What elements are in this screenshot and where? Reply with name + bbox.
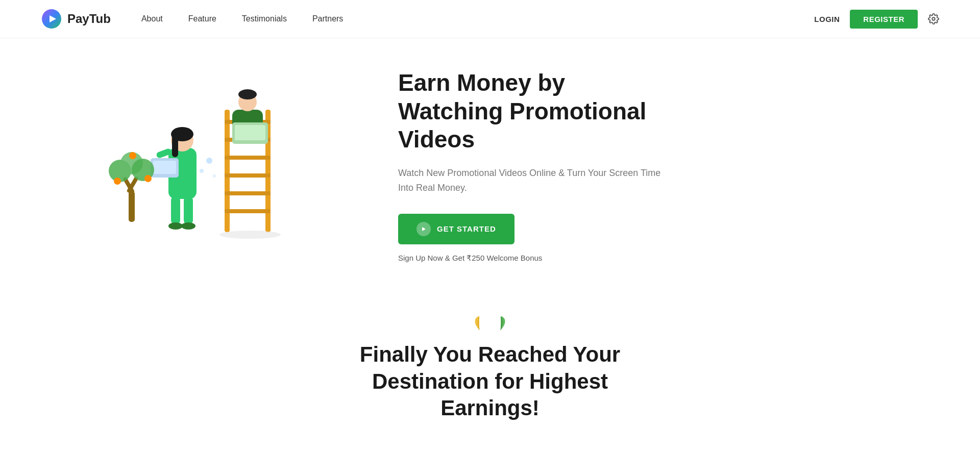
svg-rect-29 [129, 191, 135, 222]
nav-links: About Feature Testimonials Partners [141, 14, 814, 23]
logo-area: PayTub [41, 8, 111, 30]
svg-rect-21 [172, 134, 178, 157]
svg-point-38 [206, 158, 212, 164]
svg-rect-11 [225, 209, 271, 213]
svg-rect-24 [153, 161, 176, 174]
svg-rect-10 [225, 191, 271, 195]
login-button[interactable]: LOGIN [814, 15, 840, 23]
hero-content: Earn Money by Watching Promotional Video… [398, 69, 664, 262]
svg-point-40 [213, 174, 216, 178]
svg-point-35 [114, 178, 121, 185]
svg-point-36 [144, 175, 152, 182]
svg-point-37 [129, 152, 136, 159]
section2: Finally You Reached Your Destination for… [0, 283, 980, 442]
play-icon [416, 222, 431, 236]
settings-icon[interactable] [928, 13, 939, 24]
svg-point-39 [200, 169, 204, 173]
svg-point-15 [238, 89, 257, 99]
section2-title: Finally You Reached Your Destination for… [337, 341, 643, 422]
nav-about[interactable]: About [141, 14, 163, 23]
svg-rect-26 [184, 196, 193, 224]
nav-right: LOGIN REGISTER [814, 10, 939, 29]
svg-point-27 [168, 222, 183, 230]
get-started-button[interactable]: GET STARTED [398, 214, 514, 244]
get-started-label: GET STARTED [437, 224, 496, 233]
hero-title: Earn Money by Watching Promotional Video… [398, 69, 664, 154]
svg-rect-4 [225, 110, 230, 232]
svg-point-28 [181, 222, 195, 230]
hero-subtitle: Watch New Promotional Videos Online & Tu… [398, 166, 664, 195]
svg-rect-9 [225, 173, 271, 178]
leaf-green-icon [492, 314, 510, 332]
svg-point-3 [932, 17, 935, 20]
svg-rect-25 [171, 196, 180, 224]
leaf-yellow-icon [470, 314, 488, 332]
leaf-decoration [470, 314, 510, 332]
register-button[interactable]: REGISTER [850, 10, 918, 29]
svg-point-12 [219, 231, 281, 239]
nav-partners[interactable]: Partners [312, 14, 343, 23]
hero-section: Earn Money by Watching Promotional Video… [0, 38, 980, 283]
svg-rect-17 [235, 125, 265, 140]
hero-illustration [102, 69, 357, 263]
navbar: PayTub About Feature Testimonials Partne… [0, 0, 980, 38]
logo-icon [41, 8, 62, 30]
logo-text: PayTub [67, 12, 111, 26]
bonus-text: Sign Up Now & Get ₹250 Welcome Bonus [398, 254, 664, 263]
svg-rect-8 [225, 156, 271, 160]
nav-testimonials[interactable]: Testimonials [242, 14, 287, 23]
nav-feature[interactable]: Feature [188, 14, 216, 23]
svg-marker-41 [422, 227, 426, 231]
